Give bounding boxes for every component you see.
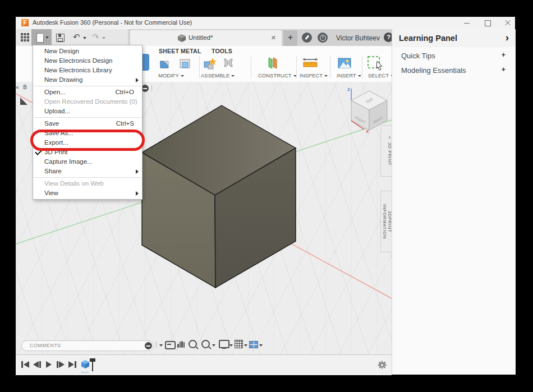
select-group-label[interactable]: SELECT xyxy=(368,72,394,79)
user-account-button[interactable]: Victor Buhteev xyxy=(336,34,380,42)
menu-item-save-as[interactable]: Save As... xyxy=(33,128,142,138)
menu-item-open-recovered-documents: Open Recovered Documents (0) xyxy=(33,97,142,107)
menu-item-new-design[interactable]: New Design xyxy=(33,47,142,56)
fusion-logo-icon: F xyxy=(21,19,29,26)
construct-group-label[interactable]: CONSTRUCT xyxy=(258,72,297,79)
menu-item-new-electronics-library[interactable]: New Electronics Library xyxy=(33,66,142,75)
menu-item-export[interactable]: Export... xyxy=(33,138,142,147)
timeline-marker-handle[interactable] xyxy=(92,358,93,371)
fusion-window: F Autodesk Fusion 360 (Personal - Not fo… xyxy=(16,17,515,375)
expand-plus-icon[interactable]: + xyxy=(501,50,506,59)
insert-group-label[interactable]: INSERT xyxy=(337,72,361,79)
window-title: Autodesk Fusion 360 (Personal - Not for … xyxy=(33,19,192,26)
tab-3dprint-information[interactable]: 3DPRINT INFORMATION xyxy=(380,191,392,252)
close-button[interactable] xyxy=(504,19,512,27)
job-status-icon[interactable] xyxy=(318,33,328,43)
chevron-down-icon[interactable] xyxy=(159,344,163,347)
group-separator xyxy=(251,56,251,79)
insert-image-icon[interactable] xyxy=(337,56,351,70)
timeline-step-forward-button[interactable] xyxy=(57,361,66,368)
maximize-button[interactable] xyxy=(484,19,491,27)
separator xyxy=(151,85,152,91)
viewports-icon[interactable] xyxy=(249,341,258,348)
menu-item-open[interactable]: Open...Ctrl+O xyxy=(33,87,142,97)
new-component-icon[interactable] xyxy=(203,56,217,70)
tab-3d-print[interactable]: « 3D PRINT xyxy=(380,125,392,177)
lp-item-modeling-essentials[interactable]: Modeling Essentials + xyxy=(401,65,508,75)
pan-icon[interactable] xyxy=(177,340,185,348)
timeline-go-start-button[interactable] xyxy=(21,361,30,368)
construct-plane-icon[interactable] xyxy=(265,56,279,70)
chevron-down-icon[interactable] xyxy=(259,344,263,347)
expand-plus-icon[interactable]: + xyxy=(501,65,506,73)
browser-collapse-control[interactable]: « B xyxy=(16,84,33,94)
inspect-group-label[interactable]: INSPECT xyxy=(300,72,328,79)
comments-label: COMMENTS xyxy=(30,343,61,348)
learning-panel: Learning Panel › Quick Tips + Modeling E… xyxy=(392,29,516,375)
timeline-tick xyxy=(81,372,89,373)
group-separator xyxy=(296,56,297,79)
timeline-step-back-button[interactable] xyxy=(33,361,42,368)
modify-group-label[interactable]: MODIFY xyxy=(158,72,184,79)
document-cube-icon xyxy=(178,34,186,42)
group-separator xyxy=(199,56,200,79)
display-settings-icon[interactable] xyxy=(219,340,229,348)
measure-icon[interactable] xyxy=(302,56,316,70)
undo-dropdown-icon[interactable] xyxy=(83,37,86,39)
ribbon-tab-sheet-metal[interactable]: SHEET METAL xyxy=(159,48,201,54)
menu-item-capture-image[interactable]: Capture Image... xyxy=(33,157,142,167)
minimize-button[interactable] xyxy=(463,19,471,27)
menu-separator xyxy=(34,86,141,86)
select-icon[interactable] xyxy=(367,56,382,70)
document-tab[interactable]: Untitled* ✕ xyxy=(130,30,282,46)
chevron-down-icon[interactable] xyxy=(244,344,247,347)
chevron-down-icon[interactable] xyxy=(212,344,215,347)
menu-item-upload[interactable]: Upload... xyxy=(33,107,142,116)
comments-bar[interactable]: COMMENTS xyxy=(21,340,154,351)
menu-item-new-electronics-design[interactable]: New Electronics Design xyxy=(33,56,142,66)
menu-item-save[interactable]: SaveCtrl+S xyxy=(33,119,142,128)
file-menu-button[interactable] xyxy=(31,29,52,46)
redo-icon[interactable]: ↷ xyxy=(92,32,99,42)
menu-item-share[interactable]: Share xyxy=(33,167,142,176)
shell-icon[interactable] xyxy=(177,56,192,70)
ribbon-tab-tools[interactable]: TOOLS xyxy=(212,48,232,54)
app-grid-icon[interactable] xyxy=(21,33,29,44)
tab-close-icon[interactable]: ✕ xyxy=(271,34,276,41)
fit-view-icon[interactable] xyxy=(201,340,210,348)
extensions-icon[interactable] xyxy=(302,33,312,43)
learning-panel-title: Learning Panel xyxy=(399,34,457,43)
menu-item-new-drawing[interactable]: New Drawing xyxy=(33,75,142,85)
group-separator xyxy=(330,56,330,79)
new-tab-button[interactable]: + xyxy=(283,30,297,46)
lp-item-label: Quick Tips xyxy=(401,52,435,60)
submenu-arrow-icon xyxy=(136,169,139,174)
timeline-bar xyxy=(16,354,392,375)
timeline-play-button[interactable] xyxy=(45,361,54,368)
timeline-go-end-button[interactable] xyxy=(68,361,77,368)
lp-item-quick-tips[interactable]: Quick Tips + xyxy=(401,50,508,61)
grid-snap-icon[interactable] xyxy=(235,340,243,348)
chevron-right-icon[interactable]: › xyxy=(506,31,509,44)
menu-separator xyxy=(34,117,141,118)
zoom-icon[interactable] xyxy=(189,340,197,348)
menu-item-view[interactable]: View xyxy=(33,188,142,198)
learning-panel-header[interactable]: Learning Panel › xyxy=(392,29,516,47)
fillet-icon[interactable] xyxy=(157,56,172,70)
menu-item-3d-print[interactable]: 3D Print xyxy=(33,147,142,157)
chevron-down-icon[interactable] xyxy=(229,344,233,347)
assemble-group-label[interactable]: ASSEMBLE xyxy=(201,72,235,79)
collapse-icon: « xyxy=(387,136,392,139)
title-bar: F Autodesk Fusion 360 (Personal - Not fo… xyxy=(16,17,515,30)
undo-icon[interactable]: ↶ xyxy=(73,32,80,42)
checkmark-icon xyxy=(35,148,42,155)
timeline-gear-icon[interactable] xyxy=(378,361,386,369)
redo-dropdown-icon[interactable] xyxy=(102,37,105,39)
orbit-icon[interactable] xyxy=(165,341,176,349)
collapse-icon[interactable]: « xyxy=(16,84,19,90)
joint-icon[interactable] xyxy=(221,56,236,70)
comments-marker-icon[interactable] xyxy=(145,342,152,349)
save-icon[interactable] xyxy=(56,34,65,42)
separator xyxy=(156,342,157,348)
submenu-arrow-icon xyxy=(136,78,139,82)
